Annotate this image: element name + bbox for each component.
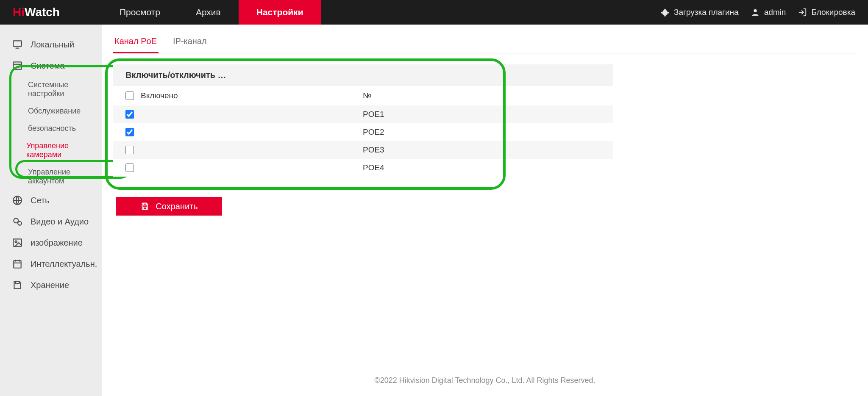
col-no-label: № (363, 91, 448, 100)
svg-point-9 (15, 241, 17, 243)
save-button-label: Сохранить (156, 202, 198, 211)
sidebar-va-label: Видео и Аудио (31, 217, 89, 227)
svg-rect-14 (16, 281, 19, 283)
globe-icon (12, 195, 23, 206)
sidebar-sub-maintenance[interactable]: Обслуживание (0, 102, 102, 120)
top-right: Загрузка плагина admin Блокировка (660, 8, 868, 17)
select-all-checkbox[interactable] (125, 91, 134, 100)
sidebar-image-label: изображение (31, 238, 83, 248)
save-button[interactable]: Сохранить (116, 197, 222, 216)
svg-rect-8 (13, 239, 22, 246)
brand-part1: Hi (13, 6, 25, 19)
poe-table: Включить/отключить … Включено № POE1POE2… (113, 64, 613, 177)
sidebar-sub-system-settings[interactable]: Системные настройки (0, 76, 102, 102)
row-channel-no: POE3 (363, 145, 448, 155)
sidebar-sub-camera-management[interactable]: Управление камерами (0, 137, 102, 163)
content-tabs: Канал PoE IP-канал (113, 29, 857, 53)
sidebar-item-network[interactable]: Сеть (0, 190, 102, 211)
puzzle-icon (660, 8, 670, 17)
main-content: Канал PoE IP-канал Включить/отключить … … (102, 25, 868, 396)
row-checkbox[interactable] (125, 163, 134, 172)
sidebar-smart-label: Интеллектуальн. (31, 259, 97, 269)
user-menu[interactable]: admin (751, 8, 786, 17)
user-name: admin (764, 8, 786, 17)
brand-part2: Watch (25, 6, 60, 19)
sidebar-sub-account-management[interactable]: Управление аккаунтом (0, 163, 102, 190)
nav-settings[interactable]: Настройки (239, 0, 321, 25)
nav-archive[interactable]: Архив (178, 0, 239, 25)
row-channel-no: POE2 (363, 127, 448, 137)
plugin-download-link[interactable]: Загрузка плагина (660, 8, 739, 17)
sidebar-item-smart[interactable]: Интеллектуальн. (0, 253, 102, 274)
table-row: POE2 (113, 123, 613, 141)
sidebar-system-label: Система (31, 61, 65, 71)
save-icon (12, 280, 23, 291)
table-row: POE4 (113, 159, 613, 177)
save-icon (140, 202, 150, 211)
row-checkbox[interactable] (125, 146, 134, 154)
table-row: POE1 (113, 105, 613, 123)
row-channel-no: POE4 (363, 163, 448, 172)
calendar-icon (12, 258, 23, 269)
sidebar: Локальный Система Системные настройки Об… (0, 25, 102, 396)
lock-label: Блокировка (811, 8, 855, 17)
sidebar-local-label: Локальный (31, 40, 74, 50)
svg-rect-16 (144, 207, 147, 210)
sidebar-item-storage[interactable]: Хранение (0, 274, 102, 296)
svg-point-6 (14, 218, 18, 223)
svg-point-7 (18, 222, 22, 225)
table-header-row: Включено № (113, 86, 613, 105)
sidebar-item-image[interactable]: изображение (0, 232, 102, 253)
plugin-download-label: Загрузка плагина (674, 8, 739, 17)
sidebar-sub-security[interactable]: безопасность (0, 120, 102, 137)
logout-icon (798, 8, 807, 17)
table-row: POE3 (113, 141, 613, 159)
brand-logo: HiWatch (0, 6, 102, 19)
col-enabled-label: Включено (141, 91, 178, 100)
sidebar-item-video-audio[interactable]: Видео и Аудио (0, 211, 102, 232)
nav-view[interactable]: Просмотр (102, 0, 178, 25)
row-checkbox[interactable] (125, 110, 134, 119)
user-icon (751, 8, 760, 17)
svg-rect-1 (13, 41, 22, 46)
svg-rect-10 (14, 260, 21, 268)
row-channel-no: POE1 (363, 110, 448, 119)
top-nav: Просмотр Архив Настройки (102, 0, 321, 25)
lock-button[interactable]: Блокировка (798, 8, 855, 17)
sidebar-item-system[interactable]: Система (0, 55, 102, 76)
row-checkbox[interactable] (125, 128, 134, 136)
table-title-row: Включить/отключить … (113, 64, 613, 86)
image-icon (12, 237, 23, 248)
svg-point-0 (754, 9, 757, 12)
sidebar-storage-label: Хранение (31, 280, 69, 290)
sidebar-item-local[interactable]: Локальный (0, 34, 102, 55)
table-title: Включить/отключить … (125, 70, 226, 80)
monitor-icon (12, 39, 23, 50)
camera-icon (12, 216, 23, 227)
topbar: HiWatch Просмотр Архив Настройки Загрузк… (0, 0, 868, 25)
tab-ip-channel[interactable]: IP-канал (171, 29, 209, 53)
svg-rect-15 (144, 203, 147, 205)
sidebar-network-label: Сеть (31, 196, 49, 205)
tab-poe-channel[interactable]: Канал PoE (113, 29, 159, 53)
svg-rect-3 (13, 62, 22, 69)
footer-text: ©2022 Hikvision Digital Technology Co., … (102, 376, 868, 385)
layout-icon (12, 60, 23, 71)
